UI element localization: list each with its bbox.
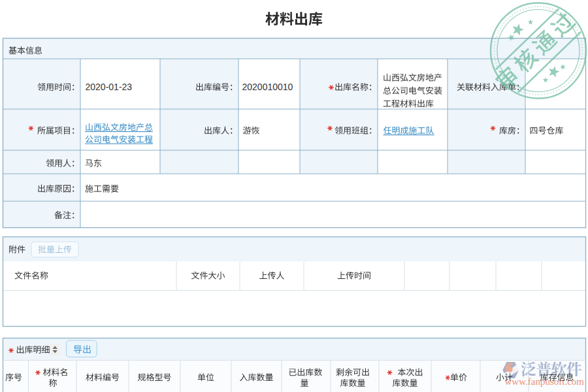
svg-text:www.fanpusoft.com: www.fanpusoft.com xyxy=(505,376,585,387)
svg-text:2020-01-23: 2020-01-23 xyxy=(86,82,133,92)
svg-text:2020010010: 2020010010 xyxy=(242,82,293,92)
